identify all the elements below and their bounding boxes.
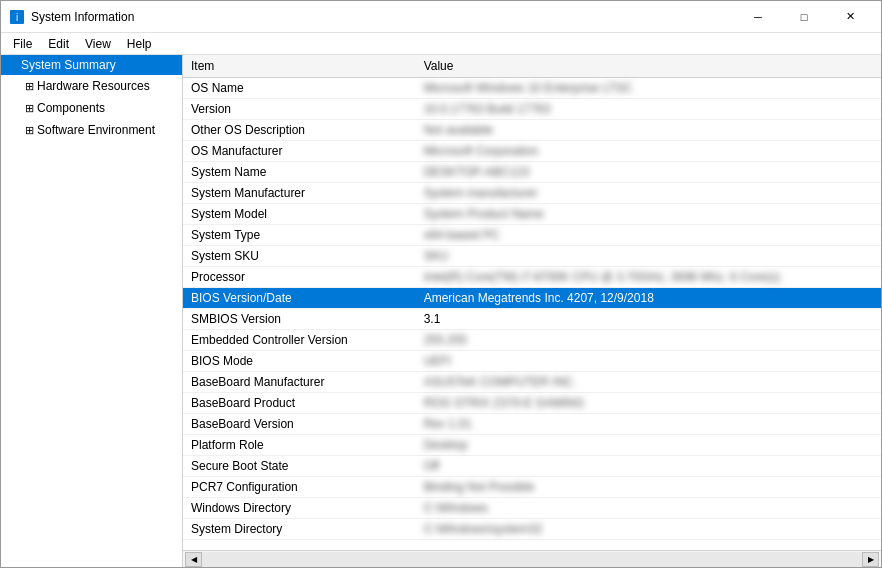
cell-value: C:\Windows bbox=[416, 498, 881, 519]
cell-item: Platform Role bbox=[183, 435, 416, 456]
cell-item: Version bbox=[183, 99, 416, 120]
tree-item-label: Components bbox=[37, 101, 105, 115]
cell-value: ROG STRIX Z370-E GAMING bbox=[416, 393, 881, 414]
sidebar-item-system-summary[interactable]: System Summary bbox=[1, 55, 182, 75]
table-row[interactable]: System ManufacturerSystem manufacturer bbox=[183, 183, 881, 204]
table-row[interactable]: Secure Boot StateOff bbox=[183, 456, 881, 477]
table-row[interactable]: Windows DirectoryC:\Windows bbox=[183, 498, 881, 519]
menu-item-help[interactable]: Help bbox=[119, 35, 160, 53]
table-row[interactable]: PCR7 ConfigurationBinding Not Possible bbox=[183, 477, 881, 498]
close-button[interactable]: ✕ bbox=[827, 1, 873, 33]
cell-item: System Model bbox=[183, 204, 416, 225]
sidebar: System Summary⊞Hardware Resources⊞Compon… bbox=[1, 55, 183, 567]
system-info-table: ItemValue OS NameMicrosoft Windows 10 En… bbox=[183, 55, 881, 540]
table-row[interactable]: BaseBoard VersionRev 1.01 bbox=[183, 414, 881, 435]
table-row[interactable]: Platform RoleDesktop bbox=[183, 435, 881, 456]
cell-item: System Manufacturer bbox=[183, 183, 416, 204]
table-row[interactable]: System DirectoryC:\Windows\system32 bbox=[183, 519, 881, 540]
cell-item: BaseBoard Version bbox=[183, 414, 416, 435]
tree-item-label: Hardware Resources bbox=[37, 79, 150, 93]
scroll-right-button[interactable]: ▶ bbox=[862, 552, 879, 567]
cell-item: Secure Boot State bbox=[183, 456, 416, 477]
sidebar-item-software-environment[interactable]: ⊞Software Environment bbox=[1, 119, 182, 141]
menu-bar: FileEditViewHelp bbox=[1, 33, 881, 55]
maximize-button[interactable]: □ bbox=[781, 1, 827, 33]
cell-item: BIOS Version/Date bbox=[183, 288, 416, 309]
menu-item-edit[interactable]: Edit bbox=[40, 35, 77, 53]
horizontal-scrollbar[interactable]: ◀ ▶ bbox=[183, 550, 881, 567]
table-row[interactable]: Version10.0.17763 Build 17763 bbox=[183, 99, 881, 120]
table-row[interactable]: OS NameMicrosoft Windows 10 Enterprise L… bbox=[183, 78, 881, 99]
cell-value: C:\Windows\system32 bbox=[416, 519, 881, 540]
table-row[interactable]: BIOS ModeUEFI bbox=[183, 351, 881, 372]
cell-item: Processor bbox=[183, 267, 416, 288]
cell-item: Embedded Controller Version bbox=[183, 330, 416, 351]
table-row[interactable]: OS ManufacturerMicrosoft Corporation bbox=[183, 141, 881, 162]
tree-expander-icon[interactable]: ⊞ bbox=[21, 78, 37, 94]
svg-text:i: i bbox=[16, 12, 18, 23]
cell-item: System SKU bbox=[183, 246, 416, 267]
window: i System Information ─ □ ✕ FileEditViewH… bbox=[0, 0, 882, 568]
window-title: System Information bbox=[31, 10, 735, 24]
cell-value: Off bbox=[416, 456, 881, 477]
cell-value: System manufacturer bbox=[416, 183, 881, 204]
tree-item-label: Software Environment bbox=[37, 123, 155, 137]
cell-value: Binding Not Possible bbox=[416, 477, 881, 498]
table-row[interactable]: System NameDESKTOP-ABC123 bbox=[183, 162, 881, 183]
table-row[interactable]: BaseBoard ManufacturerASUSTeK COMPUTER I… bbox=[183, 372, 881, 393]
cell-value: ASUSTeK COMPUTER INC. bbox=[416, 372, 881, 393]
table-row[interactable]: Other OS DescriptionNot available bbox=[183, 120, 881, 141]
title-bar: i System Information ─ □ ✕ bbox=[1, 1, 881, 33]
tree-expander-icon[interactable]: ⊞ bbox=[21, 122, 37, 138]
table-row[interactable]: ProcessorIntel(R) Core(TM) i7-8700K CPU … bbox=[183, 267, 881, 288]
main-content: System Summary⊞Hardware Resources⊞Compon… bbox=[1, 55, 881, 567]
cell-item: System Directory bbox=[183, 519, 416, 540]
minimize-button[interactable]: ─ bbox=[735, 1, 781, 33]
scroll-track[interactable] bbox=[202, 552, 862, 567]
cell-value: DESKTOP-ABC123 bbox=[416, 162, 881, 183]
cell-value: American Megatrends Inc. 4207, 12/9/2018 bbox=[416, 288, 881, 309]
scroll-left-button[interactable]: ◀ bbox=[185, 552, 202, 567]
table-container[interactable]: ItemValue OS NameMicrosoft Windows 10 En… bbox=[183, 55, 881, 550]
table-row[interactable]: System SKUSKU bbox=[183, 246, 881, 267]
cell-item: OS Name bbox=[183, 78, 416, 99]
cell-value: 10.0.17763 Build 17763 bbox=[416, 99, 881, 120]
cell-value: Rev 1.01 bbox=[416, 414, 881, 435]
table-row[interactable]: Embedded Controller Version255.255 bbox=[183, 330, 881, 351]
tree-expander-icon[interactable]: ⊞ bbox=[21, 100, 37, 116]
sidebar-item-components[interactable]: ⊞Components bbox=[1, 97, 182, 119]
table-row[interactable]: BaseBoard ProductROG STRIX Z370-E GAMING bbox=[183, 393, 881, 414]
col-header-value: Value bbox=[416, 55, 881, 78]
app-icon: i bbox=[9, 9, 25, 25]
cell-item: PCR7 Configuration bbox=[183, 477, 416, 498]
menu-item-view[interactable]: View bbox=[77, 35, 119, 53]
right-panel: ItemValue OS NameMicrosoft Windows 10 En… bbox=[183, 55, 881, 567]
cell-value: UEFI bbox=[416, 351, 881, 372]
cell-value: System Product Name bbox=[416, 204, 881, 225]
sidebar-item-hardware-resources[interactable]: ⊞Hardware Resources bbox=[1, 75, 182, 97]
cell-item: BaseBoard Manufacturer bbox=[183, 372, 416, 393]
cell-value: SKU bbox=[416, 246, 881, 267]
table-row[interactable]: SMBIOS Version3.1 bbox=[183, 309, 881, 330]
cell-item: SMBIOS Version bbox=[183, 309, 416, 330]
table-row[interactable]: System Typex64-based PC bbox=[183, 225, 881, 246]
cell-item: BIOS Mode bbox=[183, 351, 416, 372]
cell-item: Other OS Description bbox=[183, 120, 416, 141]
table-row[interactable]: System ModelSystem Product Name bbox=[183, 204, 881, 225]
cell-value: 255.255 bbox=[416, 330, 881, 351]
cell-item: Windows Directory bbox=[183, 498, 416, 519]
cell-item: OS Manufacturer bbox=[183, 141, 416, 162]
window-controls: ─ □ ✕ bbox=[735, 1, 873, 33]
col-header-item: Item bbox=[183, 55, 416, 78]
cell-value: Not available bbox=[416, 120, 881, 141]
cell-value: Desktop bbox=[416, 435, 881, 456]
cell-value: x64-based PC bbox=[416, 225, 881, 246]
cell-value: Intel(R) Core(TM) i7-8700K CPU @ 3.70GHz… bbox=[416, 267, 881, 288]
table-row[interactable]: BIOS Version/DateAmerican Megatrends Inc… bbox=[183, 288, 881, 309]
cell-value: 3.1 bbox=[416, 309, 881, 330]
cell-item: System Type bbox=[183, 225, 416, 246]
menu-item-file[interactable]: File bbox=[5, 35, 40, 53]
cell-item: System Name bbox=[183, 162, 416, 183]
cell-value: Microsoft Corporation bbox=[416, 141, 881, 162]
cell-value: Microsoft Windows 10 Enterprise LTSC bbox=[416, 78, 881, 99]
